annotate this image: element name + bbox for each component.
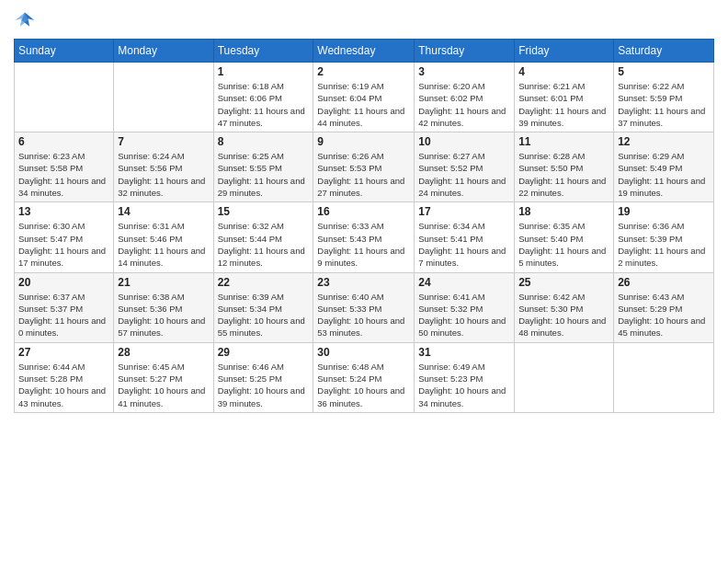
calendar-cell [15, 63, 114, 132]
day-number: 29 [218, 346, 310, 359]
weekday-header-friday: Friday [515, 40, 614, 63]
calendar-cell: 15Sunrise: 6:32 AMSunset: 5:44 PMDayligh… [213, 202, 313, 272]
calendar-cell: 1Sunrise: 6:18 AMSunset: 6:06 PMDaylight… [213, 63, 313, 132]
day-info: Sunrise: 6:18 AMSunset: 6:06 PMDaylight:… [218, 80, 310, 129]
calendar-cell [515, 342, 614, 412]
calendar-cell: 14Sunrise: 6:31 AMSunset: 5:46 PMDayligh… [114, 202, 213, 272]
day-number: 27 [18, 346, 109, 359]
day-info: Sunrise: 6:32 AMSunset: 5:44 PMDaylight:… [218, 220, 310, 269]
calendar-cell: 30Sunrise: 6:48 AMSunset: 5:24 PMDayligh… [313, 342, 415, 412]
calendar-cell: 16Sunrise: 6:33 AMSunset: 5:43 PMDayligh… [313, 202, 415, 272]
day-info: Sunrise: 6:46 AMSunset: 5:25 PMDaylight:… [218, 361, 310, 409]
calendar-cell: 18Sunrise: 6:35 AMSunset: 5:40 PMDayligh… [515, 202, 614, 272]
day-number: 18 [518, 205, 609, 218]
day-number: 7 [118, 135, 209, 148]
weekday-header-sunday: Sunday [15, 40, 114, 63]
day-info: Sunrise: 6:36 AMSunset: 5:39 PMDaylight:… [618, 220, 710, 269]
day-number: 6 [18, 135, 109, 148]
day-number: 15 [218, 205, 310, 218]
day-info: Sunrise: 6:38 AMSunset: 5:36 PMDaylight:… [118, 291, 209, 339]
weekday-header-saturday: Saturday [614, 40, 714, 63]
day-number: 23 [317, 276, 410, 289]
day-number: 8 [218, 135, 310, 148]
day-number: 9 [317, 135, 410, 148]
calendar-cell: 5Sunrise: 6:22 AMSunset: 5:59 PMDaylight… [614, 63, 714, 132]
day-info: Sunrise: 6:35 AMSunset: 5:40 PMDaylight:… [518, 220, 609, 269]
day-number: 14 [118, 205, 209, 218]
day-info: Sunrise: 6:27 AMSunset: 5:52 PMDaylight:… [418, 150, 510, 199]
day-info: Sunrise: 6:26 AMSunset: 5:53 PMDaylight:… [317, 150, 410, 199]
calendar-cell: 19Sunrise: 6:36 AMSunset: 5:39 PMDayligh… [614, 202, 714, 272]
calendar-cell: 29Sunrise: 6:46 AMSunset: 5:25 PMDayligh… [213, 342, 313, 412]
calendar-cell: 24Sunrise: 6:41 AMSunset: 5:32 PMDayligh… [415, 272, 515, 342]
calendar-cell: 9Sunrise: 6:26 AMSunset: 5:53 PMDaylight… [313, 132, 415, 202]
day-info: Sunrise: 6:22 AMSunset: 5:59 PMDaylight:… [618, 80, 710, 129]
day-number: 21 [118, 276, 209, 289]
day-info: Sunrise: 6:29 AMSunset: 5:49 PMDaylight:… [618, 150, 710, 199]
calendar-cell: 31Sunrise: 6:49 AMSunset: 5:23 PMDayligh… [415, 342, 515, 412]
day-info: Sunrise: 6:43 AMSunset: 5:29 PMDaylight:… [618, 291, 710, 339]
day-info: Sunrise: 6:23 AMSunset: 5:58 PMDaylight:… [18, 150, 109, 199]
day-number: 1 [218, 65, 310, 78]
day-number: 19 [618, 205, 710, 218]
day-info: Sunrise: 6:33 AMSunset: 5:43 PMDaylight:… [317, 220, 410, 269]
calendar-cell: 21Sunrise: 6:38 AMSunset: 5:36 PMDayligh… [114, 272, 213, 342]
calendar-week-row: 13Sunrise: 6:30 AMSunset: 5:47 PMDayligh… [15, 202, 714, 272]
calendar-header: SundayMondayTuesdayWednesdayThursdayFrid… [15, 40, 714, 63]
day-number: 16 [317, 205, 410, 218]
day-number: 17 [418, 205, 510, 218]
day-info: Sunrise: 6:39 AMSunset: 5:34 PMDaylight:… [218, 291, 310, 339]
day-number: 12 [618, 135, 710, 148]
calendar-cell: 8Sunrise: 6:25 AMSunset: 5:55 PMDaylight… [213, 132, 313, 202]
day-number: 24 [418, 276, 510, 289]
calendar-cell: 2Sunrise: 6:19 AMSunset: 6:04 PMDaylight… [313, 63, 415, 132]
calendar-week-row: 20Sunrise: 6:37 AMSunset: 5:37 PMDayligh… [15, 272, 714, 342]
day-number: 31 [418, 346, 510, 359]
calendar-cell: 27Sunrise: 6:44 AMSunset: 5:28 PMDayligh… [15, 342, 114, 412]
day-info: Sunrise: 6:34 AMSunset: 5:41 PMDaylight:… [418, 220, 510, 269]
day-number: 4 [518, 65, 609, 78]
calendar-week-row: 6Sunrise: 6:23 AMSunset: 5:58 PMDaylight… [15, 132, 714, 202]
day-number: 20 [18, 276, 109, 289]
calendar-cell: 3Sunrise: 6:20 AMSunset: 6:02 PMDaylight… [415, 63, 515, 132]
logo-bird-icon [14, 9, 36, 31]
day-number: 5 [618, 65, 710, 78]
calendar-cell: 11Sunrise: 6:28 AMSunset: 5:50 PMDayligh… [515, 132, 614, 202]
calendar-week-row: 27Sunrise: 6:44 AMSunset: 5:28 PMDayligh… [15, 342, 714, 412]
day-info: Sunrise: 6:28 AMSunset: 5:50 PMDaylight:… [518, 150, 609, 199]
day-number: 30 [317, 346, 410, 359]
day-info: Sunrise: 6:30 AMSunset: 5:47 PMDaylight:… [18, 220, 109, 269]
day-info: Sunrise: 6:42 AMSunset: 5:30 PMDaylight:… [518, 291, 609, 339]
day-number: 22 [218, 276, 310, 289]
calendar-cell: 13Sunrise: 6:30 AMSunset: 5:47 PMDayligh… [15, 202, 114, 272]
day-info: Sunrise: 6:45 AMSunset: 5:27 PMDaylight:… [118, 361, 209, 409]
weekday-header-thursday: Thursday [415, 40, 515, 63]
day-number: 13 [18, 205, 109, 218]
day-number: 10 [418, 135, 510, 148]
calendar-cell: 17Sunrise: 6:34 AMSunset: 5:41 PMDayligh… [415, 202, 515, 272]
weekday-header-tuesday: Tuesday [213, 40, 313, 63]
calendar-cell: 23Sunrise: 6:40 AMSunset: 5:33 PMDayligh… [313, 272, 415, 342]
day-info: Sunrise: 6:19 AMSunset: 6:04 PMDaylight:… [317, 80, 410, 129]
header [14, 9, 714, 31]
day-info: Sunrise: 6:48 AMSunset: 5:24 PMDaylight:… [317, 361, 410, 409]
day-number: 26 [618, 276, 710, 289]
day-info: Sunrise: 6:40 AMSunset: 5:33 PMDaylight:… [317, 291, 410, 339]
day-number: 25 [518, 276, 609, 289]
day-number: 28 [118, 346, 209, 359]
weekday-header-row: SundayMondayTuesdayWednesdayThursdayFrid… [15, 40, 714, 63]
day-number: 11 [518, 135, 609, 148]
logo [14, 9, 40, 31]
calendar-cell: 28Sunrise: 6:45 AMSunset: 5:27 PMDayligh… [114, 342, 213, 412]
calendar-cell: 25Sunrise: 6:42 AMSunset: 5:30 PMDayligh… [515, 272, 614, 342]
day-info: Sunrise: 6:21 AMSunset: 6:01 PMDaylight:… [518, 80, 609, 129]
calendar-cell: 20Sunrise: 6:37 AMSunset: 5:37 PMDayligh… [15, 272, 114, 342]
calendar-cell: 4Sunrise: 6:21 AMSunset: 6:01 PMDaylight… [515, 63, 614, 132]
calendar-cell: 22Sunrise: 6:39 AMSunset: 5:34 PMDayligh… [213, 272, 313, 342]
day-number: 3 [418, 65, 510, 78]
calendar-body: 1Sunrise: 6:18 AMSunset: 6:06 PMDaylight… [15, 63, 714, 413]
calendar-table: SundayMondayTuesdayWednesdayThursdayFrid… [14, 39, 714, 413]
calendar-cell: 26Sunrise: 6:43 AMSunset: 5:29 PMDayligh… [614, 272, 714, 342]
day-info: Sunrise: 6:37 AMSunset: 5:37 PMDaylight:… [18, 291, 109, 339]
calendar-week-row: 1Sunrise: 6:18 AMSunset: 6:06 PMDaylight… [15, 63, 714, 132]
